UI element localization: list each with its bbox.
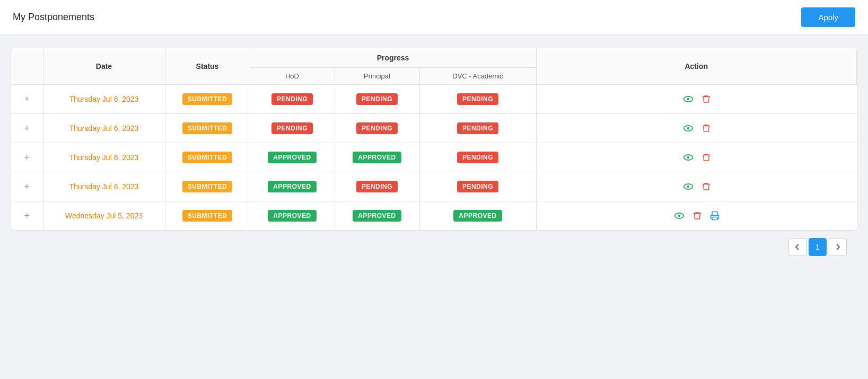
dvc-cell: PENDING [419,143,536,172]
expand-button[interactable]: + [24,153,30,162]
hod-badge: PENDING [271,122,313,134]
view-button[interactable] [681,151,695,164]
hod-cell: PENDING [250,85,335,114]
expand-button[interactable]: + [24,211,30,221]
expand-cell: + [11,114,43,143]
status-badge: SUBMITTED [182,122,233,134]
principal-cell: PENDING [335,172,419,201]
status-cell: SUBMITTED [165,114,250,143]
status-cell: SUBMITTED [165,201,250,231]
dvc-badge: PENDING [457,93,498,105]
principal-badge: APPROVED [353,152,401,163]
action-cell [536,172,857,201]
dvc-cell: PENDING [419,114,536,143]
hod-badge: PENDING [271,93,313,105]
view-button[interactable] [681,121,695,135]
pagination-next[interactable] [829,238,847,256]
table-row: + Thursday Jul 6, 2023 SUBMITTED APPROVE… [11,172,857,201]
apply-button[interactable]: Apply [801,7,855,27]
principal-cell: PENDING [335,85,419,114]
status-badge: SUBMITTED [182,181,233,192]
dvc-badge: PENDING [457,122,498,134]
table-wrapper: Date Status Progress Action HoD Principa… [11,48,857,231]
postponements-table: Date Status Progress Action HoD Principa… [11,48,857,230]
action-cell [536,143,857,172]
pagination-prev[interactable] [788,238,806,256]
date-cell: Thursday Jul 6, 2023 [43,114,165,143]
date-cell: Wednesday Jul 5, 2023 [43,201,165,231]
pagination-area: 1 [11,231,857,263]
th-date: Date [43,48,165,85]
th-status: Status [165,48,250,85]
dvc-badge: PENDING [457,152,498,163]
hod-cell: APPROVED [250,172,335,201]
expand-cell: + [11,85,43,114]
principal-badge: PENDING [356,122,398,134]
pagination-page-1[interactable]: 1 [809,238,827,256]
status-cell: SUBMITTED [165,85,250,114]
delete-button[interactable] [700,122,712,134]
print-button[interactable] [708,209,721,222]
dvc-badge: PENDING [457,181,498,192]
th-dvc: DVC - Academic [419,68,536,85]
hod-cell: PENDING [250,114,335,143]
svg-point-1 [687,98,689,101]
header-row-1: Date Status Progress Action [11,48,857,68]
svg-point-3 [687,127,689,130]
th-progress: Progress [250,48,536,68]
svg-point-7 [687,186,689,188]
dvc-cell: APPROVED [419,201,536,231]
action-cell [536,114,857,143]
delete-button[interactable] [700,93,712,105]
date-cell: Thursday Jul 6, 2023 [43,85,165,114]
expand-cell: + [11,172,43,201]
status-badge: SUBMITTED [182,210,233,222]
th-hod: HoD [250,68,335,85]
expand-button[interactable]: + [24,124,30,133]
status-badge: SUBMITTED [182,93,233,105]
expand-button[interactable]: + [24,94,30,104]
hod-cell: APPROVED [250,143,335,172]
date-cell: Thursday Jul 6, 2023 [43,172,165,201]
svg-point-5 [687,156,689,159]
status-cell: SUBMITTED [165,143,250,172]
date-cell: Thursday Jul 6, 2023 [43,143,165,172]
page-header: My Postponements Apply [0,0,868,35]
delete-button[interactable] [691,210,703,222]
principal-cell: PENDING [335,114,419,143]
view-button[interactable] [681,92,695,106]
table-row: + Thursday Jul 6, 2023 SUBMITTED PENDING… [11,85,857,114]
view-button[interactable] [681,180,695,193]
th-principal: Principal [335,68,419,85]
svg-rect-10 [712,217,717,220]
table-row: + Thursday Jul 6, 2023 SUBMITTED APPROVE… [11,143,857,172]
expand-button[interactable]: + [24,182,30,191]
hod-badge: APPROVED [268,181,316,192]
svg-point-9 [678,215,680,217]
view-button[interactable] [672,209,686,223]
expand-cell: + [11,143,43,172]
svg-rect-11 [712,212,717,216]
principal-badge: PENDING [356,181,398,192]
dvc-cell: PENDING [419,85,536,114]
action-cell [536,201,857,231]
principal-cell: APPROVED [335,201,419,231]
dvc-cell: PENDING [419,172,536,201]
status-cell: SUBMITTED [165,172,250,201]
principal-badge: PENDING [356,93,398,105]
th-expand [11,48,43,85]
delete-button[interactable] [700,181,712,192]
principal-cell: APPROVED [335,143,419,172]
status-badge: SUBMITTED [182,152,233,163]
table-row: + Wednesday Jul 5, 2023 SUBMITTED APPROV… [11,201,857,231]
content-area: Date Status Progress Action HoD Principa… [0,35,868,276]
hod-cell: APPROVED [250,201,335,231]
dvc-badge: APPROVED [453,210,502,222]
principal-badge: APPROVED [353,210,401,222]
table-row: + Thursday Jul 6, 2023 SUBMITTED PENDING… [11,114,857,143]
th-action: Action [536,48,857,85]
delete-button[interactable] [700,152,712,163]
hod-badge: APPROVED [268,152,316,163]
expand-cell: + [11,201,43,231]
page-title: My Postponements [13,12,94,23]
